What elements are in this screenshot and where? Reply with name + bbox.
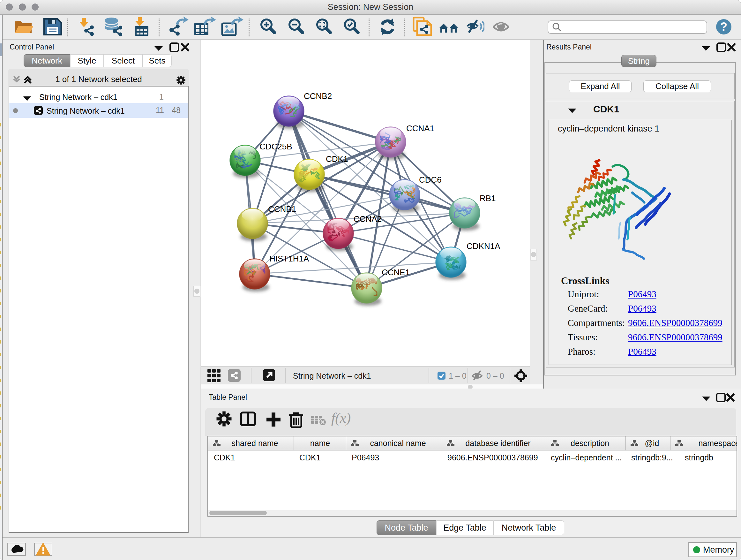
svg-text:CDC25B: CDC25B [259, 142, 292, 151]
svg-text:CCNB2: CCNB2 [304, 91, 332, 101]
svg-text:CCNA2: CCNA2 [354, 214, 382, 224]
svg-text:RB1: RB1 [480, 193, 496, 203]
svg-text:CDC6: CDC6 [419, 175, 442, 185]
svg-text:CCNE1: CCNE1 [382, 267, 410, 277]
svg-text:CCNA1: CCNA1 [406, 124, 434, 133]
svg-text:CCNB1: CCNB1 [268, 204, 296, 214]
svg-text:CDK1: CDK1 [326, 154, 348, 164]
svg-text:HIST1H1A: HIST1H1A [269, 254, 309, 263]
svg-text:CDKN1A: CDKN1A [467, 241, 500, 251]
